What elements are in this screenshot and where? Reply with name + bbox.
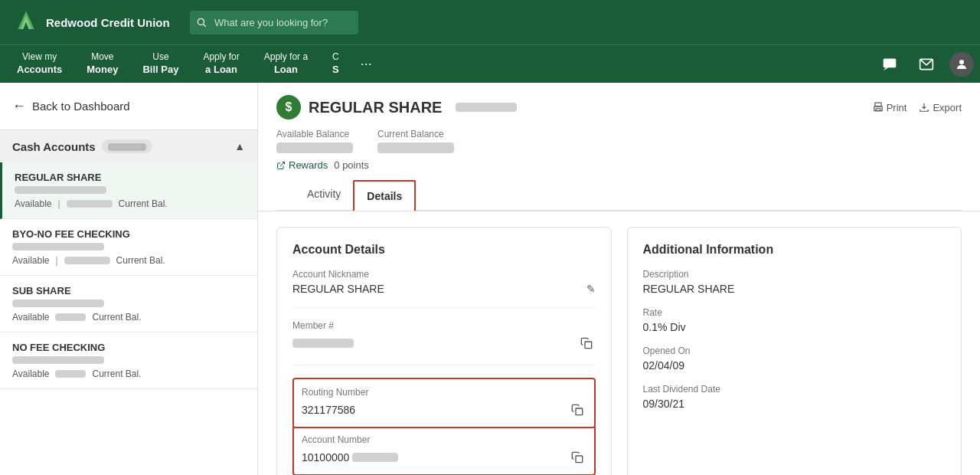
- header: Redwood Credit Union: [0, 0, 980, 44]
- available-balance-value-mask: [276, 142, 353, 153]
- cash-accounts-header-left: Cash Accounts: [12, 139, 152, 153]
- nickname-field: Account Nickname REGULAR SHARE ✎: [292, 269, 596, 308]
- account-title-row: $ REGULAR SHARE Print: [276, 95, 962, 120]
- dividend-value: 09/30/21: [643, 398, 946, 410]
- description-value: REGULAR SHARE: [643, 283, 946, 295]
- nickname-value-row: REGULAR SHARE ✎: [292, 283, 596, 295]
- nav-bar: View my Accounts Move Money Use Bill Pay…: [0, 44, 980, 83]
- brand-name: Redwood Credit Union: [46, 16, 170, 29]
- account-balances-2: Available Current Bal.: [12, 312, 245, 323]
- available-balance: Available Balance: [276, 129, 353, 153]
- account-number-display: 10100000: [302, 451, 398, 464]
- account-balances-0: Available | Current Bal.: [15, 198, 245, 209]
- rate-field: Rate 0.1% Div: [643, 307, 946, 333]
- nickname-label: Account Nickname: [292, 269, 596, 280]
- routing-value: 321177586: [302, 404, 355, 416]
- svg-rect-4: [884, 58, 897, 67]
- svg-rect-14: [576, 456, 583, 463]
- nav-view-accounts[interactable]: View my Accounts: [6, 47, 73, 80]
- account-title-left: $ REGULAR SHARE: [276, 95, 517, 120]
- rate-value: 0.1% Div: [643, 321, 946, 333]
- copy-icon: [580, 337, 593, 349]
- svg-marker-5: [884, 67, 889, 70]
- account-balances-1: Available | Current Bal.: [12, 255, 245, 266]
- account-name-sub-share: SUB SHARE: [12, 285, 245, 296]
- account-item-regular-share[interactable]: REGULAR SHARE Available | Current Bal.: [0, 162, 257, 219]
- nav-apply-loan-1[interactable]: Apply for a Loan: [192, 47, 250, 80]
- dividend-label: Last Dividend Date: [643, 384, 946, 395]
- account-number-hidden: [456, 103, 517, 112]
- account-details-card: Account Details Account Nickname REGULAR…: [276, 227, 612, 475]
- chevron-up-icon: ▲: [234, 140, 245, 152]
- member-field: Member #: [292, 320, 596, 365]
- account-item-byo-checking[interactable]: BYO-NO FEE CHECKING Available | Current …: [0, 219, 257, 276]
- nav-bill-pay[interactable]: Use Bill Pay: [132, 47, 189, 80]
- current-balance-value-mask: [377, 142, 454, 153]
- opened-value: 02/04/09: [643, 359, 946, 372]
- account-header: $ REGULAR SHARE Print: [258, 83, 980, 211]
- tab-activity[interactable]: Activity: [295, 180, 353, 210]
- current-balance: Current Balance: [377, 129, 454, 153]
- search-input[interactable]: [190, 11, 358, 34]
- rewards-link[interactable]: Rewards: [276, 159, 328, 171]
- current-balance-label: Current Balance: [377, 129, 454, 139]
- chat-icon: [882, 57, 897, 72]
- account-name-byo: BYO-NO FEE CHECKING: [12, 228, 245, 240]
- description-label: Description: [643, 269, 946, 280]
- svg-rect-13: [576, 408, 583, 415]
- balance-row: Available Balance Current Balance: [276, 129, 962, 153]
- additional-info-title: Additional Information: [643, 243, 946, 257]
- back-to-dashboard-button[interactable]: ← Back to Dashboard: [0, 83, 257, 130]
- account-number-field: Account Number 10100000: [292, 427, 596, 475]
- nickname-value: REGULAR SHARE: [292, 283, 384, 295]
- account-item-no-fee-checking[interactable]: NO FEE CHECKING Available Current Bal.: [0, 332, 257, 389]
- copy-account-icon: [571, 451, 583, 464]
- description-field: Description REGULAR SHARE: [643, 269, 946, 295]
- rewards-points: 0 points: [334, 159, 369, 171]
- routing-field: Routing Number 321177586: [292, 378, 596, 428]
- cash-accounts-title: Cash Accounts: [12, 140, 96, 153]
- tab-details[interactable]: Details: [353, 180, 416, 211]
- print-button[interactable]: Print: [873, 102, 907, 113]
- opened-label: Opened On: [643, 346, 946, 356]
- search-wrapper: [190, 11, 358, 34]
- details-content: Account Details Account Nickname REGULAR…: [258, 211, 980, 475]
- account-number-mask-2: [12, 300, 104, 307]
- nav-apply-loan-2[interactable]: Apply for a Loan: [253, 47, 318, 80]
- routing-label: Routing Number: [302, 387, 586, 398]
- edit-nickname-button[interactable]: ✎: [586, 283, 596, 295]
- account-number-label: Account Number: [302, 434, 586, 445]
- account-number-mask-1: [12, 243, 104, 251]
- svg-line-11: [280, 162, 285, 166]
- nav-move-money[interactable]: Move Money: [76, 47, 129, 80]
- mail-icon: [919, 57, 934, 72]
- member-label: Member #: [292, 320, 596, 331]
- account-number-mask-3: [12, 356, 104, 364]
- mail-icon-button[interactable]: [913, 51, 940, 78]
- account-name-no-fee: NO FEE CHECKING: [12, 342, 245, 353]
- account-balances-3: Available Current Bal.: [12, 369, 245, 379]
- main-layout: ← Back to Dashboard Cash Accounts ▲ REGU…: [0, 83, 980, 475]
- user-avatar-button[interactable]: [949, 52, 974, 77]
- rewards-row: Rewards 0 points: [276, 159, 962, 171]
- account-number-value: 10100000: [302, 451, 349, 464]
- main-content: $ REGULAR SHARE Print: [258, 83, 980, 475]
- svg-rect-10: [876, 109, 880, 111]
- dollar-icon: $: [276, 95, 301, 120]
- account-tabs: Activity Details: [276, 180, 962, 211]
- account-item-sub-share[interactable]: SUB SHARE Available Current Bal.: [0, 276, 257, 332]
- back-arrow-icon: ←: [12, 98, 26, 114]
- copy-member-button[interactable]: [577, 334, 596, 352]
- copy-routing-button[interactable]: [568, 401, 586, 419]
- nav-more-button[interactable]: ···: [353, 51, 380, 77]
- account-name-regular-share: REGULAR SHARE: [15, 172, 245, 183]
- copy-account-number-button[interactable]: [568, 448, 586, 467]
- member-value-row: [292, 334, 596, 352]
- chat-icon-button[interactable]: [876, 51, 903, 78]
- export-button[interactable]: Export: [919, 102, 962, 113]
- nav-cs[interactable]: C S: [322, 47, 350, 80]
- account-number-value-row: 10100000: [302, 448, 586, 467]
- cash-accounts-section-header[interactable]: Cash Accounts ▲: [0, 130, 257, 162]
- logo-area: Redwood Credit Union: [12, 8, 181, 36]
- additional-info-card: Additional Information Description REGUL…: [627, 227, 962, 475]
